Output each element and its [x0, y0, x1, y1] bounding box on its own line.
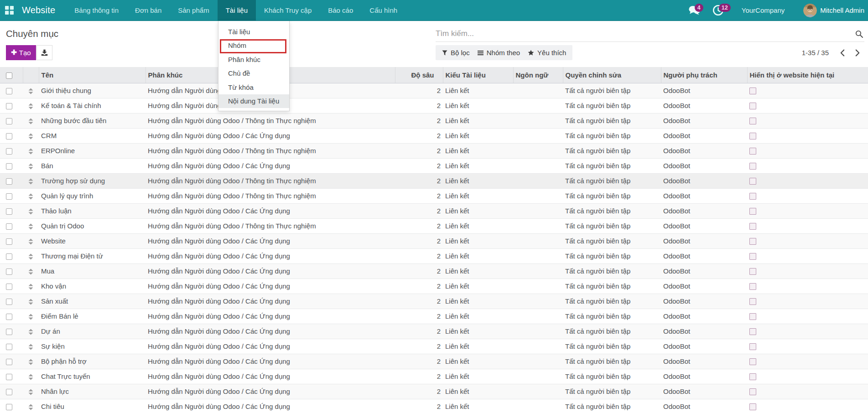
cell-segment[interactable]: Hướng dẫn Người dùng Odoo / Các Ứng dụng — [146, 369, 395, 384]
cell-edit-rights[interactable]: Tất cả người biên tập — [563, 279, 661, 294]
cell-responsible[interactable]: OdooBot — [661, 203, 747, 218]
row-checkbox[interactable] — [6, 404, 12, 410]
dropdown-item-tài-liệu[interactable]: Tài liệu — [218, 25, 289, 39]
cell-language[interactable] — [513, 128, 563, 143]
cell-doc-type[interactable]: Liên kết — [443, 203, 513, 218]
cell-doc-type[interactable]: Liên kết — [443, 294, 513, 309]
cell-depth[interactable]: 2 — [395, 294, 443, 309]
table-row[interactable]: Bộ phận hỗ trợ Hướng dẫn Người dùng Odoo… — [0, 354, 868, 369]
cell-doc-type[interactable]: Liên kết — [443, 143, 513, 158]
app-brand[interactable]: Website — [19, 0, 55, 21]
cell-depth[interactable]: 2 — [395, 248, 443, 263]
cell-doc-type[interactable]: Liên kết — [443, 248, 513, 263]
cell-edit-rights[interactable]: Tất cả người biên tập — [563, 263, 661, 279]
cell-language[interactable] — [513, 83, 563, 98]
website-visible-checkbox[interactable] — [749, 343, 756, 350]
drag-handle-icon[interactable] — [28, 102, 34, 109]
cell-doc-type[interactable]: Liên kết — [443, 128, 513, 143]
cell-segment[interactable]: Hướng dẫn Người dùng Odoo / Các Ứng dụng — [146, 384, 395, 399]
cell-segment[interactable]: Hướng dẫn Người dùng Odoo / Các Ứng dụng — [146, 324, 395, 339]
row-checkbox[interactable] — [6, 359, 12, 365]
drag-handle-icon[interactable] — [28, 403, 34, 410]
row-checkbox[interactable] — [6, 148, 12, 155]
cell-language[interactable] — [513, 248, 563, 263]
row-checkbox[interactable] — [6, 389, 12, 395]
row-checkbox[interactable] — [6, 88, 12, 94]
cell-edit-rights[interactable]: Tất cả người biên tập — [563, 188, 661, 203]
cell-name[interactable]: CRM — [39, 128, 146, 143]
website-visible-checkbox[interactable] — [749, 388, 756, 395]
cell-edit-rights[interactable]: Tất cả người biên tập — [563, 173, 661, 188]
drag-handle-icon[interactable] — [28, 237, 34, 245]
cell-edit-rights[interactable]: Tất cả người biên tập — [563, 158, 661, 173]
cell-edit-rights[interactable]: Tất cả người biên tập — [563, 203, 661, 218]
cell-doc-type[interactable]: Liên kết — [443, 324, 513, 339]
row-checkbox[interactable] — [6, 238, 12, 245]
apps-menu-button[interactable] — [0, 0, 19, 21]
cell-segment[interactable]: Hướng dẫn Người dùng Odoo / Các Ứng dụng — [146, 399, 395, 413]
cell-segment[interactable]: Hướng dẫn Người dùng Odoo / Thông tin Th… — [146, 143, 395, 158]
cell-name[interactable]: Những bước đầu tiên — [39, 113, 146, 128]
cell-responsible[interactable]: OdooBot — [661, 83, 747, 98]
table-row[interactable]: Kế toán & Tài chính Hướng dẫn Người dùng… — [0, 98, 868, 113]
row-checkbox[interactable] — [6, 374, 12, 380]
cell-doc-type[interactable]: Liên kết — [443, 188, 513, 203]
search-input[interactable] — [436, 29, 855, 38]
dropdown-item-chủ-đề[interactable]: Chủ đề — [218, 67, 289, 81]
cell-language[interactable] — [513, 369, 563, 384]
drag-handle-icon[interactable] — [28, 282, 34, 290]
drag-handle-icon[interactable] — [28, 267, 34, 275]
drag-handle-icon[interactable] — [28, 87, 34, 94]
cell-depth[interactable]: 2 — [395, 384, 443, 399]
row-checkbox[interactable] — [6, 223, 12, 230]
cell-name[interactable]: ERPOnline — [39, 143, 146, 158]
cell-edit-rights[interactable]: Tất cả người biên tập — [563, 294, 661, 309]
cell-language[interactable] — [513, 113, 563, 128]
row-checkbox[interactable] — [6, 284, 12, 290]
table-row[interactable]: Mua Hướng dẫn Người dùng Odoo / Các Ứng … — [0, 263, 868, 279]
table-row[interactable]: Chi tiêu Hướng dẫn Người dùng Odoo / Các… — [0, 399, 868, 413]
cell-responsible[interactable]: OdooBot — [661, 263, 747, 279]
cell-language[interactable] — [513, 279, 563, 294]
cell-segment[interactable]: Hướng dẫn Người dùng Odoo / Các Ứng dụng — [146, 203, 395, 218]
cell-name[interactable]: Thương mại Điện tử — [39, 248, 146, 263]
row-checkbox[interactable] — [6, 133, 12, 139]
cell-depth[interactable]: 2 — [395, 263, 443, 279]
cell-responsible[interactable]: OdooBot — [661, 233, 747, 248]
cell-responsible[interactable]: OdooBot — [661, 173, 747, 188]
cell-segment[interactable]: Hướng dẫn Người dùng Odoo / Thông tin Th… — [146, 218, 395, 233]
cell-language[interactable] — [513, 384, 563, 399]
website-visible-checkbox[interactable] — [749, 238, 756, 245]
row-checkbox[interactable] — [6, 103, 12, 109]
cell-name[interactable]: Kế toán & Tài chính — [39, 98, 146, 113]
cell-language[interactable] — [513, 233, 563, 248]
website-visible-checkbox[interactable] — [749, 133, 756, 139]
table-row[interactable]: Dự án Hướng dẫn Người dùng Odoo / Các Ứn… — [0, 324, 868, 339]
cell-depth[interactable]: 2 — [395, 158, 443, 173]
column-header-language[interactable]: Ngôn ngữ — [513, 67, 563, 83]
cell-segment[interactable]: Hướng dẫn Người dùng Odoo / Các Ứng dụng — [146, 248, 395, 263]
row-checkbox[interactable] — [6, 178, 12, 185]
cell-doc-type[interactable]: Liên kết — [443, 339, 513, 354]
cell-segment[interactable]: Hướng dẫn Người dùng Odoo / Các Ứng dụng — [146, 354, 395, 369]
cell-doc-type[interactable]: Liên kết — [443, 309, 513, 324]
cell-language[interactable] — [513, 399, 563, 413]
website-visible-checkbox[interactable] — [749, 163, 756, 170]
cell-depth[interactable]: 2 — [395, 203, 443, 218]
cell-name[interactable]: Giới thiệu chung — [39, 83, 146, 98]
cell-segment[interactable]: Hướng dẫn Người dùng Odoo / Các Ứng dụng — [146, 294, 395, 309]
website-visible-checkbox[interactable] — [749, 313, 756, 320]
cell-name[interactable]: Chi tiêu — [39, 399, 146, 413]
drag-handle-icon[interactable] — [28, 297, 34, 305]
cell-language[interactable] — [513, 339, 563, 354]
activities-button[interactable]: 12 — [712, 4, 725, 17]
cell-responsible[interactable]: OdooBot — [661, 188, 747, 203]
cell-doc-type[interactable]: Liên kết — [443, 83, 513, 98]
cell-name[interactable]: Sản xuất — [39, 294, 146, 309]
cell-depth[interactable]: 2 — [395, 309, 443, 324]
cell-responsible[interactable]: OdooBot — [661, 354, 747, 369]
cell-depth[interactable]: 2 — [395, 173, 443, 188]
drag-handle-icon[interactable] — [28, 342, 34, 350]
create-button[interactable]: ✚ Tạo — [6, 45, 36, 60]
row-checkbox[interactable] — [6, 208, 12, 215]
